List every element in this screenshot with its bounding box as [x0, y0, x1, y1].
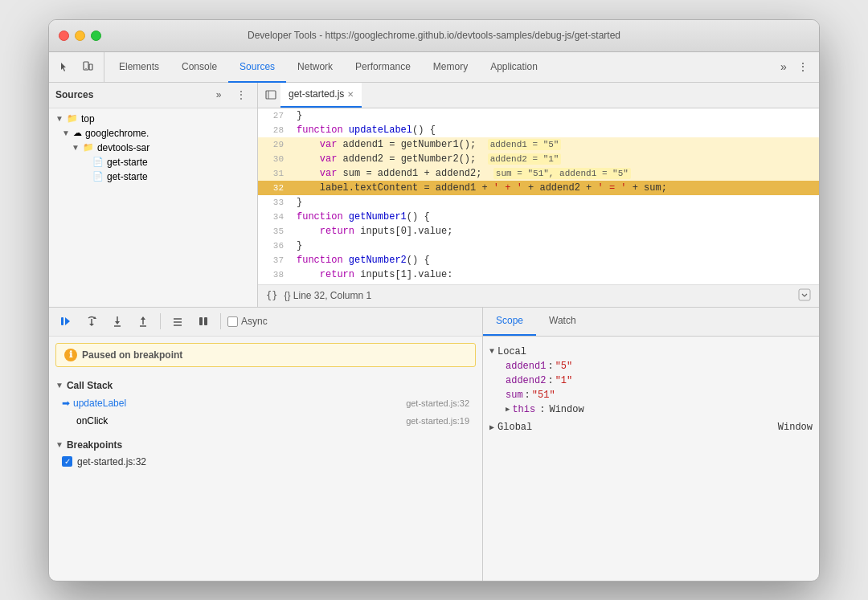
- code-nav-icon[interactable]: [261, 85, 280, 104]
- traffic-lights: [59, 31, 101, 41]
- file-panel-icons: » ⋮: [209, 85, 251, 104]
- file-tree: ▼ 📁 top ▼ ☁ googlechrome. ▼ 📁 devtools-s…: [49, 108, 257, 307]
- call-stack-item-onclick[interactable]: onClick get-started.js:19: [55, 412, 476, 430]
- bp-checkbox[interactable]: ✓: [62, 456, 72, 467]
- tab-elements[interactable]: Elements: [108, 53, 170, 83]
- tree-item-top[interactable]: ▼ 📁 top: [49, 112, 257, 126]
- tab-memory[interactable]: Memory: [422, 53, 479, 83]
- tree-arrow: ▼: [62, 129, 70, 137]
- cursor-icon[interactable]: [55, 57, 75, 76]
- code-panel: get-started.js ✕ 27 } 28 function update…: [258, 83, 819, 307]
- paused-icon: ℹ: [64, 349, 77, 361]
- more-tabs-icon[interactable]: »: [774, 57, 793, 76]
- code-line-35: 35 return inputs[0].value;: [258, 224, 819, 239]
- step-over-button[interactable]: [81, 311, 102, 332]
- pause-button[interactable]: [193, 311, 214, 332]
- svg-marker-9: [89, 324, 94, 326]
- paused-banner: ℹ Paused on breakpoint: [55, 343, 476, 367]
- file-tab-get-started[interactable]: get-started.js ✕: [280, 83, 362, 108]
- scope-item-sum: sum : "51": [489, 388, 813, 402]
- step-out-button[interactable]: [133, 311, 154, 332]
- code-line-31: 31 var sum = addend1 + addend2; sum = "5…: [258, 166, 819, 181]
- tab-scope[interactable]: Scope: [483, 308, 536, 336]
- svg-point-2: [85, 68, 86, 69]
- cloud-icon: ☁: [73, 128, 82, 138]
- code-content[interactable]: 27 } 28 function updateLabel() { 29 var …: [258, 108, 819, 284]
- panel-menu-icon[interactable]: ⋮: [231, 85, 251, 104]
- step-into-button[interactable]: [107, 311, 128, 332]
- folder-icon: 📁: [67, 113, 78, 124]
- file-tab-close-icon[interactable]: ✕: [347, 90, 354, 99]
- tab-bar-end: » ⋮: [774, 52, 819, 82]
- call-stack-header[interactable]: ▼ Call Stack: [55, 377, 476, 394]
- scope-this-arrow: ▶: [506, 405, 510, 414]
- tree-arrow: ▼: [72, 143, 80, 152]
- tab-watch[interactable]: Watch: [536, 308, 589, 336]
- svg-rect-1: [89, 64, 92, 70]
- svg-marker-10: [115, 321, 120, 324]
- toolbar-separator2: [220, 313, 221, 329]
- maximize-button[interactable]: [91, 31, 101, 41]
- deactivate-button[interactable]: [167, 311, 188, 332]
- minimize-button[interactable]: [75, 31, 85, 41]
- scope-item-addend1: addend1 : "5": [489, 359, 813, 373]
- scope-global-arrow: ▶: [489, 422, 494, 432]
- scope-val: "51": [532, 390, 555, 401]
- call-stack-file: get-started.js:19: [406, 416, 469, 426]
- code-line-28: 28 function updateLabel() {: [258, 123, 819, 137]
- scope-local-header[interactable]: ▼ Local: [489, 345, 813, 359]
- scope-local: ▼ Local addend1 : "5" addend2 : "1" su: [483, 343, 819, 418]
- code-line-29: 29 var addend1 = getNumber1(); addend1 =…: [258, 137, 819, 152]
- main-area: Sources » ⋮ ▼ 📁 top ▼ ☁ googlechrome.: [49, 83, 819, 308]
- code-format-icon[interactable]: {}: [266, 290, 277, 301]
- code-line-33: 33 }: [258, 195, 819, 210]
- tab-sources[interactable]: Sources: [228, 53, 286, 83]
- scope-key: sum: [506, 390, 523, 401]
- svg-marker-7: [65, 317, 70, 325]
- code-line-27: 27 }: [258, 108, 819, 123]
- debug-toolbar: Async: [49, 308, 482, 337]
- tree-item-label: get-starte: [107, 157, 148, 168]
- scroll-icon[interactable]: [798, 288, 811, 304]
- tab-network[interactable]: Network: [286, 53, 344, 83]
- tree-item-devtools[interactable]: ▼ 📁 devtools-sar: [49, 141, 257, 155]
- svg-marker-12: [141, 316, 145, 320]
- svg-rect-18: [204, 317, 207, 325]
- tree-arrow: ▼: [55, 114, 63, 123]
- devtools-menu-icon[interactable]: ⋮: [793, 57, 813, 76]
- scope-global-val: Window: [778, 422, 813, 433]
- breakpoint-item-1: ✓ get-started.js:32: [55, 454, 476, 470]
- code-line-34: 34 function getNumber1() {: [258, 210, 819, 224]
- bp-check-icon: ✓: [64, 457, 71, 466]
- scope-key: addend1: [506, 361, 546, 372]
- add-panel-icon[interactable]: »: [209, 85, 228, 104]
- file-tab-name: get-started.js: [289, 88, 344, 100]
- call-stack-item-update[interactable]: ➡ updateLabel get-started.js:32: [55, 394, 476, 412]
- code-line-37: 37 function getNumber2() {: [258, 253, 819, 267]
- scope-arrow: ▼: [489, 347, 494, 356]
- close-button[interactable]: [59, 31, 69, 41]
- toolbar-separator: [160, 313, 161, 329]
- tab-console[interactable]: Console: [170, 53, 228, 83]
- title-bar: Developer Tools - https://googlechrome.g…: [49, 20, 819, 52]
- scope-local-label: Local: [497, 346, 526, 357]
- svg-rect-5: [799, 289, 810, 300]
- tree-item-googlechrome[interactable]: ▼ ☁ googlechrome.: [49, 126, 257, 141]
- async-checkbox[interactable]: [227, 316, 238, 327]
- tree-item-get-started1[interactable]: 📄 get-starte: [49, 155, 257, 169]
- resume-button[interactable]: [55, 311, 76, 332]
- tab-performance[interactable]: Performance: [344, 53, 422, 83]
- call-stack-name: onClick: [76, 415, 406, 427]
- section-arrow: ▼: [55, 381, 63, 390]
- scope-val: "1": [555, 375, 573, 386]
- tab-application[interactable]: Application: [479, 53, 549, 83]
- tree-item-label: googlechrome.: [85, 128, 149, 139]
- call-stack-name: updateLabel: [73, 398, 406, 409]
- device-icon[interactable]: [78, 57, 97, 76]
- svg-rect-3: [266, 91, 276, 99]
- scope-item-this: ▶ this : Window: [489, 402, 813, 417]
- tab-bar-icons: [55, 52, 104, 82]
- scope-this-val: Window: [549, 404, 583, 415]
- breakpoints-header[interactable]: ▼ Breakpoints: [55, 436, 476, 454]
- tree-item-get-started2[interactable]: 📄 get-starte: [49, 169, 257, 184]
